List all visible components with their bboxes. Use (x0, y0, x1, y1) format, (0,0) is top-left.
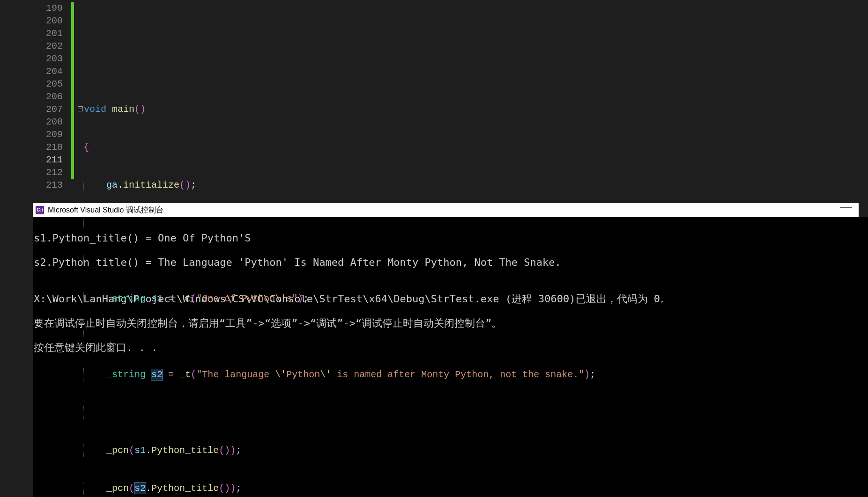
line-number-current: 211 (0, 153, 63, 166)
variable-s1: s1 (134, 445, 146, 456)
code-line[interactable] (78, 406, 868, 419)
variable-s1: s1 (151, 293, 163, 304)
vs-icon: C:\ (36, 206, 44, 214)
escape-sequence: \' (275, 293, 286, 304)
line-number: 201 (0, 27, 63, 40)
line-number: 210 (0, 141, 63, 153)
code-line[interactable]: _pcn(s2.Python_title()); (78, 482, 868, 495)
code-line[interactable]: _string s1 = _t("One of Python\'s"); (78, 292, 868, 305)
line-number: 199 (0, 2, 63, 15)
code-line[interactable]: void main() (78, 103, 868, 116)
code-line[interactable] (78, 65, 868, 78)
string-literal: "The language (196, 369, 275, 380)
code-line[interactable] (78, 27, 868, 40)
line-number-gutter: 199 200 201 202 203 204 205 206 207 208 … (0, 0, 71, 203)
variable-s2-highlight: s2 (151, 369, 163, 380)
code-line[interactable]: ga.initialize(); (78, 179, 868, 191)
line-number: 206 (0, 90, 63, 103)
line-number: 203 (0, 52, 63, 65)
code-line[interactable]: _pcn(s1.Python_title()); (78, 444, 868, 457)
type-string: _string (106, 369, 146, 380)
code-editor[interactable]: 199 200 201 202 203 204 205 206 207 208 … (0, 0, 868, 203)
function-t: _t (179, 369, 191, 380)
code-line[interactable] (78, 330, 868, 343)
method-initialize: initialize (123, 180, 179, 190)
line-number: 208 (0, 116, 63, 128)
code-line[interactable] (78, 255, 868, 267)
keyword-void: void (84, 104, 106, 115)
method-python-title: Python_title (151, 483, 219, 494)
line-number: 213 (0, 179, 63, 191)
variable-ga: ga (106, 180, 118, 190)
code-line[interactable]: _string s2 = _t("The language \'Python\'… (78, 368, 868, 381)
function-pcn: _pcn (106, 483, 129, 494)
function-pcn: _pcn (106, 445, 129, 456)
code-text-area[interactable]: void main() { ga.initialize(); _string s… (74, 0, 868, 203)
line-number: 202 (0, 40, 63, 52)
code-line[interactable] (78, 217, 868, 229)
line-number: 204 (0, 65, 63, 78)
variable-s2-highlight: s2 (134, 483, 146, 494)
string-literal: Python (286, 369, 320, 380)
code-line[interactable]: { (78, 141, 868, 153)
line-number: 205 (0, 78, 63, 90)
type-string: _string (106, 293, 146, 304)
string-literal: s" (286, 293, 297, 304)
line-number: 212 (0, 166, 63, 179)
line-number: 207 (0, 103, 63, 116)
function-t: _t (179, 293, 191, 304)
escape-sequence: \' (275, 369, 286, 380)
fold-toggle-icon[interactable] (78, 106, 83, 111)
line-number: 200 (0, 15, 63, 27)
method-python-title: Python_title (151, 445, 219, 456)
string-literal: is named after Monty Python, not the sna… (331, 369, 584, 380)
string-literal: "One of Python (196, 293, 275, 304)
line-number: 209 (0, 128, 63, 141)
function-main: main (112, 104, 134, 115)
escape-sequence: \' (320, 369, 331, 380)
